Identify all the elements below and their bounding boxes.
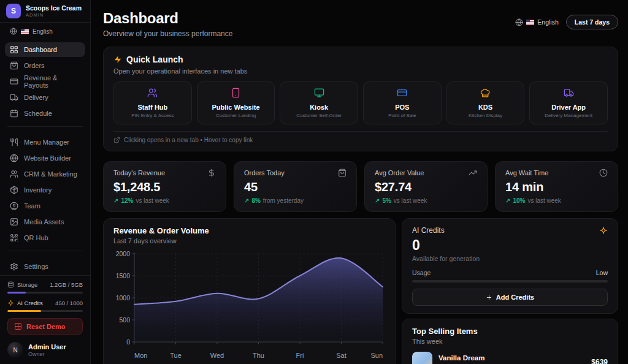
header-language-selector[interactable]: English [515, 18, 558, 26]
shopping-bag-icon [338, 169, 347, 177]
sidebar-item-website-builder[interactable]: Website Builder [5, 151, 85, 165]
sidebar-divider [7, 251, 83, 251]
svg-text:Sun: Sun [370, 352, 383, 359]
stat-card-todays-revenue: Today's Revenue $1,248.5 ↗ 12% vs last w… [103, 161, 226, 212]
sidebar-item-delivery[interactable]: Delivery [5, 90, 85, 105]
list-item[interactable]: Vanilla Dream 142 sold $639 [412, 352, 608, 364]
sidebar-item-dashboard[interactable]: Dashboard [5, 42, 85, 57]
sidebar-nav-group-2: Menu Manager Website Builder CRM & Marke… [0, 131, 90, 246]
stat-delta: 5% [382, 197, 391, 204]
ai-credits-caption: Available for generation [412, 255, 608, 262]
ai-credits-usage: AI Credits 450 / 1000 [7, 300, 83, 306]
quick-launch-card-public-website[interactable]: Public Website Customer Landing [197, 82, 275, 124]
user-role: Owner [28, 351, 66, 357]
nav-label: Revenue & Payouts [24, 74, 80, 89]
stat-label: Orders Today [244, 169, 285, 176]
stat-value: 45 [244, 180, 347, 194]
sidebar-divider [7, 126, 83, 127]
truck-icon [10, 93, 18, 102]
top-selling-panel: Top Selling Items This week Vanilla Drea… [402, 319, 618, 364]
calendar-icon [10, 109, 18, 118]
chef-hat-icon [480, 88, 491, 98]
credit-card-icon [397, 88, 407, 98]
quick-launch-panel: Quick Launch Open your operational inter… [103, 47, 618, 151]
sidebar-item-qr-hub[interactable]: QR Hub [5, 230, 85, 245]
users-icon [10, 170, 18, 178]
ai-credits-bar-fill [7, 310, 41, 312]
stat-delta-suffix: from yesterday [263, 197, 304, 204]
svg-text:Fri: Fri [296, 352, 304, 359]
svg-text:Thu: Thu [253, 352, 264, 359]
nav-label: Inventory [24, 186, 52, 194]
sidebar-item-media-assets[interactable]: Media Assets [5, 214, 85, 229]
sidebar-item-team[interactable]: Team [5, 199, 85, 213]
card-subtitle: Customer Self-Order [284, 113, 354, 118]
card-title: Public Website [201, 104, 271, 111]
globe-icon [10, 28, 17, 35]
ai-credits-panel: AI Credits 0 Available for generation Us… [402, 218, 618, 314]
svg-text:1500: 1500 [116, 272, 131, 279]
ai-credits-count: 0 [412, 237, 608, 254]
image-icon [10, 218, 18, 226]
quick-launch-card-staff-hub[interactable]: Staff Hub PIN Entry & Access [113, 82, 192, 124]
sidebar-item-orders[interactable]: Orders [5, 58, 85, 73]
sidebar-item-schedule[interactable]: Schedule [5, 106, 85, 121]
stat-delta: 12% [121, 197, 133, 204]
chart-subtitle: Last 7 days overview [113, 237, 385, 245]
users-icon [147, 88, 158, 98]
svg-text:500: 500 [119, 316, 130, 324]
sidebar-item-crm-marketing[interactable]: CRM & Marketing [5, 167, 85, 181]
plus-icon [486, 294, 492, 301]
brand-name: Scoops Ice Cream [26, 4, 82, 12]
nav-label: QR Hub [24, 234, 48, 241]
sidebar-nav-group-1: Dashboard Orders Revenue & Payouts Deliv… [0, 39, 90, 122]
add-credits-button[interactable]: Add Credits [412, 289, 608, 306]
quick-launch-card-kiosk[interactable]: Kiosk Customer Self-Order [280, 82, 358, 124]
nav-label: Dashboard [24, 46, 57, 53]
nav-label: Schedule [24, 110, 52, 117]
zap-icon [113, 55, 122, 64]
user-circle-icon [10, 202, 18, 210]
page-header: Dashboard Overview of your business perf… [103, 10, 618, 38]
shopping-bag-icon [10, 61, 18, 70]
sidebar-item-menu-manager[interactable]: Menu Manager [5, 135, 85, 150]
nav-label: Media Assets [24, 218, 64, 226]
user-name: Admin User [28, 343, 66, 351]
clock-icon [599, 169, 608, 177]
date-range-button[interactable]: Last 7 days [566, 15, 618, 29]
item-thumbnail [412, 352, 432, 364]
item-price: $639 [591, 358, 608, 364]
quick-launch-card-pos[interactable]: POS Point of Sale [363, 82, 442, 124]
reset-demo-button[interactable]: Reset Demo [7, 318, 83, 335]
monitor-icon [314, 88, 324, 98]
utensils-icon [10, 138, 18, 146]
nav-label: Settings [24, 263, 48, 270]
storage-value: 1.2GB / 5GB [50, 281, 83, 288]
main-content: Dashboard Overview of your business perf… [91, 0, 628, 364]
ai-credits-bar [7, 310, 83, 312]
stats-row: Today's Revenue $1,248.5 ↗ 12% vs last w… [103, 161, 618, 212]
card-subtitle: Delivery Management [534, 113, 603, 118]
brand-role: ADMIN [26, 12, 82, 18]
sidebar: S Scoops Ice Cream ADMIN English Dashboa… [0, 0, 91, 364]
stat-value: $27.74 [375, 180, 477, 194]
quick-launch-card-driver-app[interactable]: Driver App Delivery Management [529, 82, 608, 124]
trend-up-arrow-icon: ↗ [244, 197, 249, 204]
quick-launch-card-kds[interactable]: KDS Kitchen Display [446, 82, 525, 124]
sidebar-item-inventory[interactable]: Inventory [5, 183, 85, 197]
sidebar-item-settings[interactable]: Settings [5, 259, 85, 274]
card-subtitle: Kitchen Display [451, 113, 521, 118]
sidebar-language-selector[interactable]: English [0, 23, 90, 39]
user-profile[interactable]: N Admin User Owner [0, 337, 90, 364]
nav-label: Menu Manager [24, 138, 69, 146]
nav-label: Orders [24, 62, 45, 69]
credit-card-icon [10, 77, 18, 86]
card-subtitle: PIN Entry & Access [118, 113, 188, 118]
globe-icon [515, 18, 523, 26]
sidebar-item-revenue-payouts[interactable]: Revenue & Payouts [5, 74, 85, 89]
page-subtitle: Overview of your business performance [103, 29, 232, 38]
revenue-chart-svg: 0500100015002000MonTueWedThuFriSatSun [113, 249, 386, 362]
smartphone-icon [231, 88, 241, 98]
database-icon [7, 281, 14, 288]
stat-value: $1,248.5 [113, 180, 216, 194]
